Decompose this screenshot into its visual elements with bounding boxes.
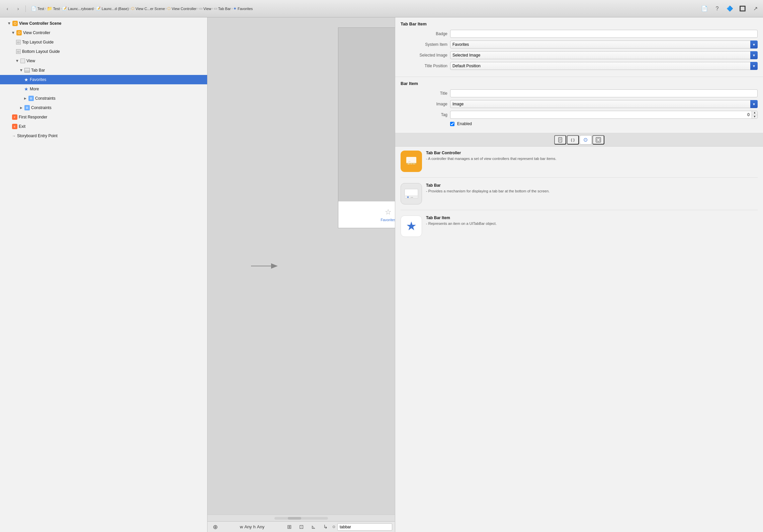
quick-help-button[interactable]: ? xyxy=(712,4,722,13)
tab-bar-item-section: Tab Bar Item Badge System Item Favorites… xyxy=(395,17,763,77)
tab-bar-card-desc: - Provides a mechanism for displaying a … xyxy=(426,189,758,194)
inspector-toggle-button[interactable]: 🔷 xyxy=(725,4,735,13)
canvas-scrollbar[interactable] xyxy=(207,515,395,521)
tabbar-filter-input[interactable] xyxy=(337,523,392,531)
any-height-label: Any xyxy=(257,524,264,529)
image-select-container: Image ▼ xyxy=(450,100,758,108)
nav-label-tab-bar: Tab Bar xyxy=(31,68,45,73)
breadcrumb-item-view[interactable]: ▭ View xyxy=(199,6,211,11)
selected-image-label: Selected Image xyxy=(401,53,447,58)
breadcrumb-item-test1[interactable]: 📄 Test xyxy=(31,6,44,11)
inspector-tabs: { } ⊙ xyxy=(395,133,763,147)
title-position-select[interactable]: Default Position Centered Below xyxy=(450,62,758,70)
add-button[interactable]: ⊕ xyxy=(210,522,220,532)
breadcrumb-item-tabbar[interactable]: ▭ Tab Bar xyxy=(214,6,231,11)
constraints-icon-view: ⊞ xyxy=(24,105,30,110)
title-position-label: Title Position xyxy=(401,64,447,68)
selected-image-row: Selected Image Selected Image ▼ xyxy=(401,51,758,59)
tag-input[interactable] xyxy=(450,111,752,119)
resolve-button[interactable]: ⊾ xyxy=(308,522,318,532)
identity-icon: ⊙ xyxy=(583,137,588,143)
main-toolbar: ‹ › 📄 Test › 📁 Test › 📝 Launc...ryboard … xyxy=(0,0,763,17)
badge-row: Badge xyxy=(401,30,758,38)
nav-label-top-layout: Top Layout Guide xyxy=(22,40,54,45)
badge-input[interactable] xyxy=(450,30,758,38)
breadcrumb-item-test2[interactable]: 📁 Test xyxy=(47,6,60,11)
enabled-row: Enabled xyxy=(401,121,758,126)
svg-marker-1 xyxy=(271,263,278,269)
badge-label: Badge xyxy=(401,31,447,36)
expand-icon-constraints-view[interactable]: ▶ xyxy=(20,106,22,109)
expand-icon-tabbar[interactable]: ▶ xyxy=(20,69,23,72)
selected-image-select-container: Selected Image ▼ xyxy=(450,51,758,59)
identity-tab[interactable]: ⊙ xyxy=(580,135,592,145)
image-select[interactable]: Image xyxy=(450,100,758,108)
share-button[interactable]: ↗ xyxy=(750,4,760,13)
height-size-label: h xyxy=(253,524,256,529)
responder-icon: F xyxy=(12,114,17,120)
expand-icon-view[interactable]: ▶ xyxy=(16,60,19,62)
file-inspector-button[interactable]: 📄 xyxy=(699,4,709,13)
title-label: Title xyxy=(401,91,447,96)
nav-item-vc-scene[interactable]: ▶ ⬡ View Controller Scene xyxy=(0,19,207,28)
expand-icon-vc[interactable]: ▶ xyxy=(12,32,15,34)
tag-decrement-button[interactable]: ▼ xyxy=(752,115,757,119)
nav-item-tab-bar[interactable]: ▶ Tab Bar xyxy=(0,66,207,75)
svg-text:★: ★ xyxy=(407,195,409,199)
nav-item-constraints-tab[interactable]: ▶ ⊞ Constraints xyxy=(0,94,207,103)
system-item-select[interactable]: Favorites More Search Custom xyxy=(450,40,758,49)
tab-bar-item-title: Tab Bar Item xyxy=(401,21,758,26)
breadcrumb-item-vc[interactable]: ⬡ View Controller xyxy=(167,6,196,11)
title-input[interactable] xyxy=(450,89,758,97)
nav-item-vc[interactable]: ▶ ⬡ View Controller xyxy=(0,28,207,37)
tab-bar-card-icon: ★ ••• xyxy=(401,183,422,204)
breadcrumb-item-base[interactable]: 📝 Launc...d (Base) xyxy=(96,6,129,11)
breadcrumb-item-vc-scene[interactable]: ⬡ View C...er Scene xyxy=(131,6,165,11)
breadcrumb-item-favorites[interactable]: ★ Favorites xyxy=(233,6,253,11)
nav-item-favorites[interactable]: ★ Favorites xyxy=(0,75,207,84)
width-size-label: w xyxy=(240,524,243,529)
tab-bar-item-star: ★ xyxy=(406,219,417,233)
embed-button[interactable]: ↳ xyxy=(320,522,330,532)
enabled-checkbox[interactable] xyxy=(450,122,454,126)
info-card-tab-bar-item: ★ Tab Bar Item - Represents an item on a… xyxy=(401,215,758,237)
nav-item-top-layout[interactable]: ▭ Top Layout Guide xyxy=(0,37,207,47)
file-tab-icon xyxy=(557,137,563,143)
expand-icon-constraints-tab[interactable]: ▶ xyxy=(24,97,26,100)
svg-rect-7 xyxy=(597,139,600,141)
expand-icon[interactable]: ▶ xyxy=(8,22,11,25)
scene-icon: ⬡ xyxy=(12,21,18,26)
size-tab[interactable] xyxy=(592,135,604,145)
system-item-select-container: Favorites More Search Custom ▼ xyxy=(450,40,758,49)
tab-bar-preview: ☆ Favorites • • • More xyxy=(338,201,395,228)
nav-item-first-responder[interactable]: F First Responder xyxy=(0,112,207,122)
arrow-icon: → xyxy=(12,134,16,138)
constraints-icon-tab: ⊞ xyxy=(28,96,34,101)
tab-item-favorites[interactable]: ☆ Favorites xyxy=(338,201,395,228)
nav-item-storyboard-ep[interactable]: → Storyboard Entry Point xyxy=(0,131,207,141)
tag-increment-button[interactable]: ▲ xyxy=(752,111,757,115)
align-button[interactable]: ⊞ xyxy=(284,522,294,532)
quick-help-tab[interactable]: { } xyxy=(567,135,579,145)
bottom-toolbar: ⊕ w Any h Any ⊞ ⊡ ⊾ ↳ ⊙ xyxy=(207,521,395,532)
forward-button[interactable]: › xyxy=(13,4,23,13)
size-tab-icon xyxy=(595,137,601,143)
nav-item-exit[interactable]: E Exit xyxy=(0,122,207,131)
info-card-tab-bar-controller: ... Tab Bar Controller - A controller th… xyxy=(401,151,758,172)
breadcrumb-item-storyboard[interactable]: 📝 Launc...ryboard xyxy=(62,6,93,11)
back-button[interactable]: ‹ xyxy=(3,4,12,13)
nav-item-constraints-view[interactable]: ▶ ⊞ Constraints xyxy=(0,103,207,112)
pin-button[interactable]: ⊡ xyxy=(296,522,306,532)
layout-icon: ▭ xyxy=(16,40,21,45)
nav-item-bottom-layout[interactable]: ▭ Bottom Layout Guide xyxy=(0,47,207,56)
scrollbar-thumb[interactable] xyxy=(288,517,301,520)
library-button[interactable]: 🔲 xyxy=(738,4,748,13)
nav-item-more[interactable]: ★ More xyxy=(0,84,207,94)
selected-image-select[interactable]: Selected Image xyxy=(450,51,758,59)
inspector-panel: Tab Bar Item Badge System Item Favorites… xyxy=(395,17,763,532)
file-inspector-tab[interactable] xyxy=(554,135,566,145)
tab-bar-controller-title: Tab Bar Controller xyxy=(426,151,758,155)
nav-item-view[interactable]: ▶ View xyxy=(0,56,207,66)
title-row: Title xyxy=(401,89,758,97)
canvas-content[interactable]: ☆ Favorites • • • More xyxy=(207,17,395,515)
